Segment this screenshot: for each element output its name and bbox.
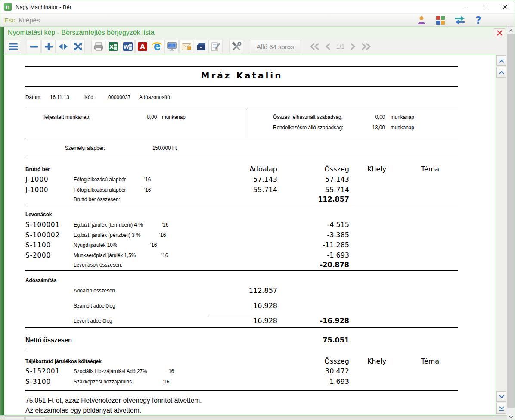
fit-width-icon	[59, 43, 68, 50]
print-button[interactable]	[91, 40, 105, 53]
divider	[25, 66, 458, 67]
used-leave-unit: munkanap	[391, 113, 418, 121]
first-page-icon	[310, 43, 320, 50]
fit-page-icon	[74, 42, 82, 51]
info-section-label: Tájékoztató járulékos költségek	[25, 357, 113, 366]
open-browser-button[interactable]: e	[150, 40, 164, 53]
code-label: Kód:	[84, 93, 96, 102]
row-year: '16	[163, 377, 169, 386]
zoom-out-button[interactable]	[27, 40, 41, 53]
print-preview-panel: Nyomtatási kép - Bérszámfejtés bérjegyzé…	[0, 27, 515, 420]
column-topic: Téma	[404, 165, 456, 174]
employee-name: Mráz Katalin	[25, 69, 458, 82]
zoom-in-button[interactable]	[41, 40, 56, 53]
menu-button[interactable]	[6, 40, 20, 53]
scrollbar-up-icon	[509, 29, 513, 32]
scroll-to-bottom-button[interactable]	[496, 403, 506, 414]
scroll-up-button[interactable]	[496, 67, 506, 78]
layout-select-button[interactable]: Álló 64 soros	[251, 40, 300, 53]
document-viewport[interactable]: Mráz Katalin Dátum: 16.11.13 Kód: 000000…	[4, 55, 496, 415]
box-divider	[246, 108, 246, 138]
hscroll-left-button[interactable]	[5, 416, 25, 420]
export-pdf-button[interactable]: A	[135, 40, 149, 53]
tax-id-label: Adóazonosító:	[139, 93, 176, 102]
gross-total-row: Bruttó bér összesen: 112.857	[25, 195, 458, 204]
archive-button[interactable]	[194, 40, 208, 53]
browser-icon: e	[152, 41, 163, 52]
scrollbar-down-icon	[509, 416, 513, 418]
row-year: '16	[162, 221, 168, 229]
row-amount: -3.385	[277, 231, 349, 240]
row-year: '16	[144, 186, 151, 194]
date-value: 16.11.13	[50, 93, 72, 102]
svg-text:X: X	[109, 44, 113, 50]
row-code: S-1100	[25, 241, 51, 249]
close-preview-icon	[497, 30, 503, 36]
code-value: 00000037	[108, 93, 134, 102]
row-code: S-2000	[25, 251, 51, 260]
divider	[25, 270, 458, 271]
page-navigation: 1/1	[310, 43, 371, 50]
view-screen-button[interactable]	[164, 40, 179, 53]
maximize-button[interactable]	[475, 0, 495, 13]
export-excel-button[interactable]: X	[106, 40, 120, 53]
first-page-button[interactable]	[310, 43, 320, 50]
scroll-up-icon	[499, 70, 505, 75]
next-page-button[interactable]	[350, 43, 356, 50]
close-button[interactable]	[495, 0, 515, 13]
settings-button[interactable]	[229, 40, 243, 53]
export-word-button[interactable]: W	[121, 40, 135, 53]
tax-calc-base: 16.928	[178, 317, 277, 325]
transfer-button[interactable]	[454, 15, 465, 26]
used-leave-label: Összes felhasznált szabadság:	[273, 113, 353, 121]
scrollbar-thumb[interactable]	[507, 34, 515, 408]
column-tax-base: Adóalap	[178, 165, 277, 174]
scroll-down-icon	[499, 395, 505, 399]
last-page-icon	[361, 43, 371, 50]
row-year: '16	[150, 241, 157, 249]
vertical-scrollbar[interactable]	[507, 27, 515, 420]
row-desc: Szakképzési hozzájárulás'16	[74, 377, 171, 386]
user-icon	[416, 15, 427, 25]
scrollbar-down-button[interactable]	[507, 413, 515, 420]
last-page-button[interactable]	[361, 43, 371, 50]
scroll-down-button[interactable]	[496, 391, 506, 402]
gross-section-label: Bruttó bér	[25, 165, 53, 174]
archive-icon	[196, 42, 206, 51]
divider	[25, 205, 458, 205]
esc-exit-action[interactable]: Kilépés	[19, 16, 40, 24]
hscroll-thumb[interactable]	[25, 416, 45, 420]
zoom-in-icon	[44, 42, 53, 51]
send-email-button[interactable]	[179, 40, 193, 53]
deductions-total-value: -20.878	[277, 261, 349, 269]
scroll-to-top-button[interactable]	[496, 55, 506, 66]
row-tax-base: 55.714	[178, 186, 277, 194]
fit-width-button[interactable]	[56, 40, 70, 53]
prev-page-button[interactable]	[325, 43, 331, 50]
scroll-to-bottom-icon	[499, 406, 505, 411]
net-total-row: Nettó összesen 75.051	[25, 335, 458, 345]
completed-workdays-label: Teljesített munkanap:	[43, 113, 98, 121]
user-button[interactable]	[416, 15, 427, 26]
settings-icon	[231, 42, 242, 51]
row-amount: 55.714	[277, 186, 349, 194]
prev-page-icon	[325, 43, 331, 50]
edit-button[interactable]	[208, 40, 223, 53]
close-preview-button[interactable]	[494, 28, 505, 37]
gross-total-label: Bruttó bér összesen:	[74, 195, 127, 204]
table-row: J-1000 Főfoglalkozású alapbér'16 57.143 …	[25, 175, 458, 184]
app-window: n Nagy Machinátor - Bér Esc: Kilépés	[0, 0, 515, 420]
date-label: Dátum:	[25, 93, 44, 102]
tax-calc-label: Levont adóelőleg	[74, 317, 118, 325]
table-row: S-100002 Eg.bizt. járulék (pénzbeli) 3 %…	[25, 231, 458, 240]
modules-button[interactable]	[435, 15, 446, 26]
scrollbar-up-button[interactable]	[507, 27, 515, 34]
fit-page-button[interactable]	[71, 40, 85, 53]
screen-icon	[167, 42, 177, 52]
help-button[interactable]: ?	[473, 15, 484, 26]
base-wage-label: Személyi alapbér:	[65, 144, 111, 152]
gross-header-row: Bruttó bér Adóalap Összeg Khely Téma	[25, 165, 458, 174]
row-desc: Szociális Hozzájárulási Adó 27%'16	[74, 367, 175, 376]
row-amount: 1.693	[277, 377, 349, 386]
minimize-button[interactable]	[455, 0, 475, 13]
